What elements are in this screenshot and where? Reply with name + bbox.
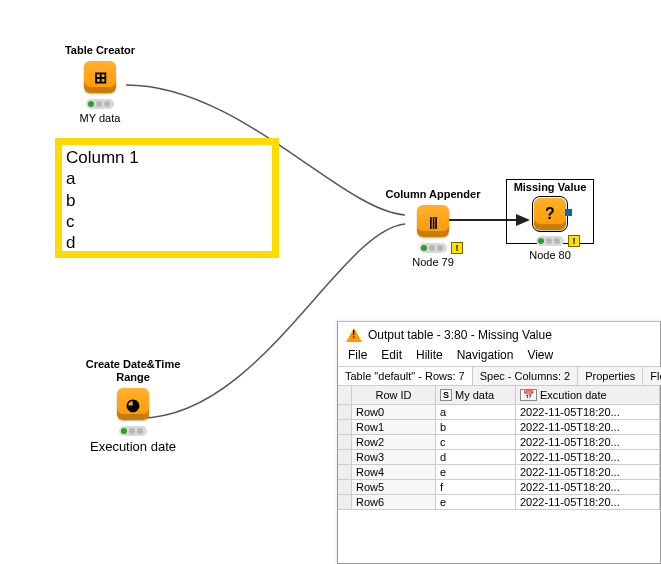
node-title: Create Date&Time Range	[78, 358, 188, 384]
row-handle[interactable]	[338, 465, 352, 480]
node-missing-value[interactable]: Missing Value ? ! Node 80	[510, 181, 590, 261]
rowid-cell[interactable]: Row1	[352, 420, 436, 435]
node-icon-table-creator[interactable]: ⊞	[84, 61, 116, 93]
menu-file[interactable]: File	[348, 348, 367, 362]
node-icon-datetime[interactable]: ◕	[117, 388, 149, 420]
workflow-canvas[interactable]: Table Creator ⊞ MY data Column 1 a b c d…	[0, 0, 661, 564]
warning-icon: !	[568, 235, 580, 247]
execdate-cell[interactable]: 2022-11-05T18:20...	[516, 480, 660, 495]
mydata-cell[interactable]: d	[436, 450, 516, 465]
node-caption: MY data	[80, 112, 121, 124]
node-status-lights: !	[536, 236, 564, 246]
row-handle[interactable]	[338, 435, 352, 450]
node-caption: Node 80	[529, 249, 571, 261]
grid-icon: ⊞	[94, 68, 107, 87]
mydata-cell[interactable]: c	[436, 435, 516, 450]
rowid-cell[interactable]: Row5	[352, 480, 436, 495]
annotation-heading: Column 1	[66, 147, 268, 168]
rowid-cell[interactable]: Row0	[352, 405, 436, 420]
columns-icon: |||	[429, 214, 437, 229]
node-datetime-range[interactable]: Create Date&Time Range ◕ Execution date	[78, 358, 188, 454]
tab-properties[interactable]: Properties	[578, 367, 643, 385]
type-datetime-icon: 📅	[520, 389, 537, 401]
output-table-window[interactable]: Output table - 3:80 - Missing Value File…	[337, 321, 661, 564]
annotation-box[interactable]: Column 1 a b c d	[55, 138, 279, 258]
mydata-cell[interactable]: b	[436, 420, 516, 435]
tab-table[interactable]: Table "default" - Rows: 7	[338, 367, 473, 385]
node-status-lights: !	[419, 243, 447, 253]
menu-navigation[interactable]: Navigation	[457, 348, 514, 362]
warning-triangle-icon	[346, 328, 362, 342]
annotation-row: c	[66, 211, 268, 232]
out-port[interactable]	[565, 209, 572, 216]
node-status-lights	[86, 99, 114, 109]
node-title: Table Creator	[65, 44, 135, 57]
window-menubar: File Edit Hilite Navigation View	[338, 344, 660, 366]
question-icon: ?	[545, 205, 555, 223]
node-table-creator[interactable]: Table Creator ⊞ MY data	[55, 44, 145, 124]
warning-icon: !	[451, 242, 463, 254]
execdate-cell[interactable]: 2022-11-05T18:20...	[516, 420, 660, 435]
rowid-cell[interactable]: Row3	[352, 450, 436, 465]
menu-hilite[interactable]: Hilite	[416, 348, 443, 362]
corner-cell	[338, 386, 352, 405]
execdate-cell[interactable]: 2022-11-05T18:20...	[516, 465, 660, 480]
col-header-execdate[interactable]: 📅 Excution date	[516, 386, 660, 405]
row-handle[interactable]	[338, 420, 352, 435]
node-caption: Execution date	[90, 439, 176, 454]
tab-flowvars[interactable]: Flow Va	[643, 367, 661, 385]
mydata-cell[interactable]: e	[436, 465, 516, 480]
window-title: Output table - 3:80 - Missing Value	[368, 328, 552, 342]
col-header-rowid[interactable]: Row ID	[352, 386, 436, 405]
mydata-cell[interactable]: a	[436, 405, 516, 420]
node-caption: Node 79	[412, 256, 454, 268]
data-table[interactable]: Row ID S My data 📅 Excution date Row0a20…	[338, 386, 660, 510]
type-string-icon: S	[440, 389, 452, 401]
execdate-cell[interactable]: 2022-11-05T18:20...	[516, 435, 660, 450]
execdate-cell[interactable]: 2022-11-05T18:20...	[516, 450, 660, 465]
annotation-row: b	[66, 190, 268, 211]
rowid-cell[interactable]: Row6	[352, 495, 436, 510]
mydata-cell[interactable]: e	[436, 495, 516, 510]
tab-spec[interactable]: Spec - Columns: 2	[473, 367, 578, 385]
annotation-row: a	[66, 168, 268, 189]
window-tabbar: Table "default" - Rows: 7 Spec - Columns…	[338, 366, 660, 386]
node-column-appender[interactable]: Column Appender ||| ! Node 79	[378, 188, 488, 268]
menu-view[interactable]: View	[527, 348, 553, 362]
row-handle[interactable]	[338, 480, 352, 495]
node-title: Column Appender	[386, 188, 481, 201]
mydata-cell[interactable]: f	[436, 480, 516, 495]
row-handle[interactable]	[338, 405, 352, 420]
node-icon-column-appender[interactable]: |||	[417, 205, 449, 237]
row-handle[interactable]	[338, 450, 352, 465]
execdate-cell[interactable]: 2022-11-05T18:20...	[516, 495, 660, 510]
window-titlebar[interactable]: Output table - 3:80 - Missing Value	[338, 322, 660, 344]
menu-edit[interactable]: Edit	[381, 348, 402, 362]
col-header-mydata[interactable]: S My data	[436, 386, 516, 405]
clock-icon: ◕	[126, 395, 140, 414]
node-icon-missing-value[interactable]: ?	[534, 198, 566, 230]
node-title: Missing Value	[514, 181, 587, 194]
row-handle[interactable]	[338, 495, 352, 510]
rowid-cell[interactable]: Row4	[352, 465, 436, 480]
execdate-cell[interactable]: 2022-11-05T18:20...	[516, 405, 660, 420]
annotation-row: d	[66, 232, 268, 253]
rowid-cell[interactable]: Row2	[352, 435, 436, 450]
node-status-lights	[119, 426, 147, 436]
